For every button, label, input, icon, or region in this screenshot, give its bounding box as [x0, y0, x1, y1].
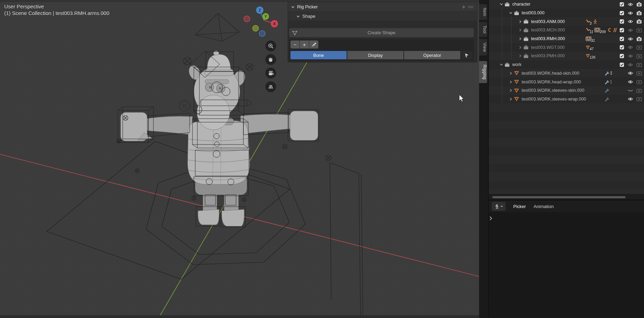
outliner-row-work-sleeves-wrap[interactable]: test003.WORK.sleeves-wrap.000: [489, 95, 644, 104]
sidebar-tab-rigging[interactable]: Rigging: [479, 61, 487, 83]
camera-disabled-icon[interactable]: [636, 54, 642, 58]
collection-icon: [505, 62, 510, 67]
checkbox-checked-icon[interactable]: [620, 11, 624, 15]
camera-icon[interactable]: [636, 19, 642, 24]
zoom-button[interactable]: [265, 40, 276, 51]
gizmo-neg-z-handle[interactable]: [259, 31, 265, 37]
gizmo-neg-y-handle[interactable]: [253, 25, 259, 31]
eye-open-icon[interactable]: [628, 28, 633, 32]
outliner-scrollbar[interactable]: [489, 194, 644, 200]
gizmo-y-handle[interactable]: Y: [263, 13, 269, 20]
chevron-down-icon[interactable]: [500, 3, 503, 6]
chevron-right-icon[interactable]: [509, 72, 512, 75]
chevron-right-icon[interactable]: [519, 54, 522, 58]
outliner-editor[interactable]: character test003.000: [489, 0, 644, 194]
outliner-row-test003-000[interactable]: test003.000: [489, 9, 644, 17]
tab-animation[interactable]: Animation: [533, 204, 554, 209]
checkbox-checked-icon[interactable]: [620, 19, 624, 24]
checkbox-checked-icon[interactable]: [620, 62, 624, 67]
picker-editor-header: Picker Animation: [489, 200, 644, 212]
eye-open-icon[interactable]: [628, 80, 633, 84]
shape-subpanel-header[interactable]: Shape: [288, 12, 477, 21]
3d-viewport[interactable]: R User Perspective (1) Scene Collection …: [0, 0, 479, 318]
tab-display[interactable]: Display: [347, 51, 403, 59]
gizmo-x-handle[interactable]: X: [271, 20, 278, 28]
camera-icon[interactable]: [636, 37, 642, 41]
chevron-right-icon[interactable]: [509, 80, 512, 84]
eyedropper-button[interactable]: [309, 40, 318, 49]
chevron-right-icon[interactable]: [509, 97, 512, 101]
projection-toggle-button[interactable]: [265, 81, 276, 92]
eye-open-icon[interactable]: [628, 37, 633, 41]
checkbox-checked-icon[interactable]: [620, 37, 624, 41]
sidebar-tab-view[interactable]: View: [479, 39, 487, 56]
collection-icon: [505, 2, 510, 7]
editor-type-selector[interactable]: [492, 202, 506, 211]
add-icon[interactable]: [462, 5, 466, 9]
eye-open-icon[interactable]: [628, 20, 633, 23]
eye-closed-icon[interactable]: [628, 89, 633, 93]
eye-open-icon[interactable]: [628, 45, 633, 49]
tab-picker[interactable]: Picker: [513, 204, 526, 209]
outliner-row-work-sleeves-skin[interactable]: test003.WORK.sleeves-skin.000: [489, 86, 644, 95]
panel-expand-arrow-icon[interactable]: [489, 216, 492, 221]
outliner-row-test003-mch[interactable]: test003.MCH.000 11 209: [489, 26, 644, 35]
outliner-row-work-head-wrap[interactable]: test003.WORK.head-wrap.000: [489, 77, 644, 86]
eye-open-icon[interactable]: [628, 2, 633, 6]
chevron-right-icon[interactable]: [519, 20, 522, 23]
checkbox-checked-icon[interactable]: [620, 54, 624, 58]
camera-disabled-icon[interactable]: [636, 28, 642, 32]
camera-icon[interactable]: [636, 11, 642, 15]
tab-bone[interactable]: Bone: [290, 51, 347, 59]
camera-view-button[interactable]: [265, 68, 276, 79]
outliner-row-work[interactable]: work: [489, 60, 644, 69]
checkbox-checked-icon[interactable]: [620, 2, 624, 7]
modifier-wrench-icon: [604, 80, 609, 84]
camera-disabled-icon[interactable]: [636, 88, 642, 93]
sidebar-tab-tool[interactable]: Tool: [479, 22, 487, 37]
chevron-right-icon[interactable]: [519, 28, 522, 32]
camera-disabled-icon[interactable]: [636, 97, 642, 101]
outliner-row-test003-pmh[interactable]: test003.PMH.000 126: [489, 52, 644, 60]
outliner-row-test003-rmh[interactable]: test003.RMH.000 31: [489, 35, 644, 43]
outliner-row-test003-wgt[interactable]: test003.WGT.000 47: [489, 43, 644, 52]
camera-disabled-icon[interactable]: [636, 71, 642, 75]
gizmo-z-handle[interactable]: Z: [256, 7, 264, 14]
eye-open-icon[interactable]: [628, 63, 633, 67]
chevron-down-icon[interactable]: [509, 12, 513, 14]
drag-grip-icon[interactable]: [468, 5, 474, 9]
create-shape-button[interactable]: Create Shape: [289, 28, 474, 37]
tab-operator[interactable]: Operator: [404, 51, 460, 59]
orientation-gizmo[interactable]: Z Y X: [242, 3, 281, 39]
tab-overflow-button[interactable]: [461, 51, 472, 59]
outliner-row-work-head-skin[interactable]: test003.WORK.head-skin.000: [489, 69, 644, 78]
camera-disabled-icon[interactable]: [636, 80, 642, 84]
eye-open-icon[interactable]: [628, 54, 633, 58]
eye-open-icon[interactable]: [628, 71, 633, 75]
checkbox-checked-icon[interactable]: [620, 28, 624, 32]
camera-icon[interactable]: [636, 2, 642, 7]
eye-open-icon[interactable]: [628, 11, 633, 15]
chevron-right-icon[interactable]: [519, 46, 522, 49]
rig-picker-panel-header[interactable]: Rig Picker: [288, 2, 477, 12]
chevron-down-icon[interactable]: [500, 63, 503, 66]
row-label: test003.RMH.000: [531, 36, 565, 41]
camera-disabled-icon[interactable]: [636, 62, 642, 67]
chevron-right-icon[interactable]: [519, 37, 522, 40]
object-count: 47: [590, 47, 593, 51]
outliner-row-character[interactable]: character: [489, 0, 644, 9]
checkbox-checked-icon[interactable]: [620, 45, 624, 50]
remove-shape-button[interactable]: −: [290, 40, 300, 49]
eye-open-icon[interactable]: [628, 97, 633, 101]
pan-button[interactable]: [265, 54, 276, 65]
outliner-row-test003-anm[interactable]: test003.ANM.000 3: [489, 17, 644, 26]
add-shape-button[interactable]: +: [300, 40, 309, 49]
scrollbar-thumb[interactable]: [492, 196, 626, 198]
modifier-wrench-icon: [604, 97, 609, 102]
object-count: 126: [590, 56, 596, 59]
camera-disabled-icon[interactable]: [636, 45, 642, 50]
chevron-right-icon[interactable]: [509, 89, 512, 92]
gizmo-neg-x-handle[interactable]: [244, 16, 250, 22]
sidebar-tab-item[interactable]: Item: [479, 4, 487, 20]
picker-canvas[interactable]: [489, 212, 644, 318]
